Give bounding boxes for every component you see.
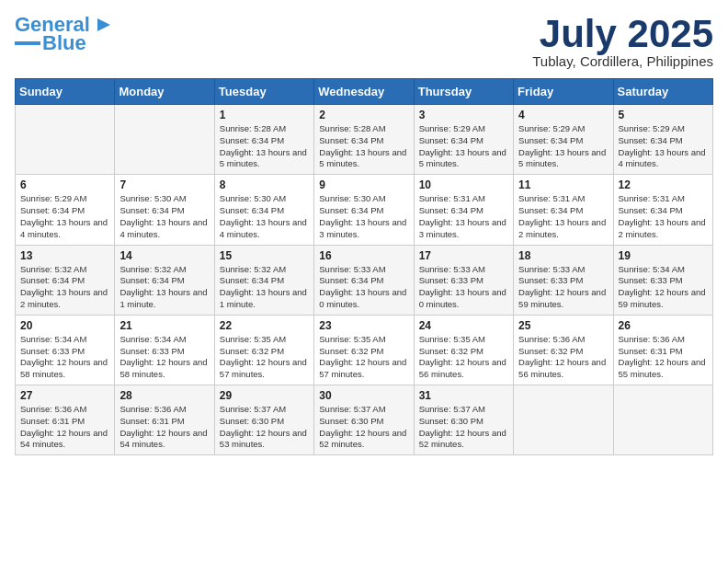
day-number: 25 xyxy=(518,319,608,332)
calendar-cell: 3Sunrise: 5:29 AMSunset: 6:34 PMDaylight… xyxy=(414,105,513,175)
month-title: July 2025 xyxy=(532,15,713,53)
day-number: 23 xyxy=(319,319,408,332)
day-number: 11 xyxy=(518,178,608,191)
day-number: 10 xyxy=(419,178,508,191)
weekday-header-wednesday: Wednesday xyxy=(314,79,414,105)
calendar-cell: 27Sunrise: 5:36 AMSunset: 6:31 PMDayligh… xyxy=(16,385,115,455)
day-info: Sunrise: 5:34 AMSunset: 6:33 PMDaylight:… xyxy=(119,334,209,381)
calendar-cell: 28Sunrise: 5:36 AMSunset: 6:31 PMDayligh… xyxy=(115,385,214,455)
day-info: Sunrise: 5:33 AMSunset: 6:34 PMDaylight:… xyxy=(319,264,408,311)
day-number: 31 xyxy=(419,389,508,402)
calendar-cell: 10Sunrise: 5:31 AMSunset: 6:34 PMDayligh… xyxy=(414,175,513,245)
weekday-header-monday: Monday xyxy=(115,79,214,105)
calendar-cell: 17Sunrise: 5:33 AMSunset: 6:33 PMDayligh… xyxy=(414,245,513,315)
day-number: 30 xyxy=(319,389,408,402)
calendar-cell: 7Sunrise: 5:30 AMSunset: 6:34 PMDaylight… xyxy=(115,175,214,245)
day-info: Sunrise: 5:33 AMSunset: 6:33 PMDaylight:… xyxy=(419,264,508,311)
header: General Blue July 2025 Tublay, Cordiller… xyxy=(15,15,713,69)
calendar-cell: 20Sunrise: 5:34 AMSunset: 6:33 PMDayligh… xyxy=(16,315,115,385)
calendar-cell: 19Sunrise: 5:34 AMSunset: 6:33 PMDayligh… xyxy=(613,245,712,315)
calendar-week-4: 20Sunrise: 5:34 AMSunset: 6:33 PMDayligh… xyxy=(16,315,713,385)
location-title: Tublay, Cordillera, Philippines xyxy=(532,53,713,69)
calendar-cell xyxy=(16,105,115,175)
day-info: Sunrise: 5:31 AMSunset: 6:34 PMDaylight:… xyxy=(619,193,708,240)
calendar-cell: 15Sunrise: 5:32 AMSunset: 6:34 PMDayligh… xyxy=(214,245,313,315)
day-info: Sunrise: 5:30 AMSunset: 6:34 PMDaylight:… xyxy=(319,193,408,240)
calendar-cell: 29Sunrise: 5:37 AMSunset: 6:30 PMDayligh… xyxy=(214,385,313,455)
day-info: Sunrise: 5:35 AMSunset: 6:32 PMDaylight:… xyxy=(220,334,309,381)
day-info: Sunrise: 5:34 AMSunset: 6:33 PMDaylight:… xyxy=(619,264,708,311)
day-info: Sunrise: 5:37 AMSunset: 6:30 PMDaylight:… xyxy=(319,404,408,451)
svg-marker-0 xyxy=(97,18,110,31)
calendar-week-1: 1Sunrise: 5:28 AMSunset: 6:34 PMDaylight… xyxy=(16,105,713,175)
day-info: Sunrise: 5:37 AMSunset: 6:30 PMDaylight:… xyxy=(419,404,508,451)
day-info: Sunrise: 5:34 AMSunset: 6:33 PMDaylight:… xyxy=(20,334,109,381)
day-info: Sunrise: 5:30 AMSunset: 6:34 PMDaylight:… xyxy=(220,193,309,240)
day-info: Sunrise: 5:29 AMSunset: 6:34 PMDaylight:… xyxy=(20,193,109,240)
day-number: 18 xyxy=(518,249,608,262)
calendar-cell: 31Sunrise: 5:37 AMSunset: 6:30 PMDayligh… xyxy=(414,385,513,455)
calendar-cell: 22Sunrise: 5:35 AMSunset: 6:32 PMDayligh… xyxy=(214,315,313,385)
day-number: 9 xyxy=(319,178,408,191)
day-number: 13 xyxy=(20,249,109,262)
calendar-cell: 11Sunrise: 5:31 AMSunset: 6:34 PMDayligh… xyxy=(514,175,613,245)
day-info: Sunrise: 5:36 AMSunset: 6:32 PMDaylight:… xyxy=(518,334,608,381)
weekday-header-row: SundayMondayTuesdayWednesdayThursdayFrid… xyxy=(16,79,713,105)
calendar-cell: 16Sunrise: 5:33 AMSunset: 6:34 PMDayligh… xyxy=(314,245,414,315)
calendar-cell: 21Sunrise: 5:34 AMSunset: 6:33 PMDayligh… xyxy=(115,315,214,385)
calendar-week-2: 6Sunrise: 5:29 AMSunset: 6:34 PMDaylight… xyxy=(16,175,713,245)
day-info: Sunrise: 5:36 AMSunset: 6:31 PMDaylight:… xyxy=(119,404,209,451)
day-info: Sunrise: 5:35 AMSunset: 6:32 PMDaylight:… xyxy=(319,334,408,381)
title-area: July 2025 Tublay, Cordillera, Philippine… xyxy=(532,15,713,69)
day-number: 24 xyxy=(419,319,508,332)
calendar-cell: 1Sunrise: 5:28 AMSunset: 6:34 PMDaylight… xyxy=(214,105,313,175)
day-info: Sunrise: 5:29 AMSunset: 6:34 PMDaylight:… xyxy=(518,123,608,170)
day-number: 3 xyxy=(419,109,508,121)
day-number: 29 xyxy=(220,389,309,402)
calendar-cell: 13Sunrise: 5:32 AMSunset: 6:34 PMDayligh… xyxy=(16,245,115,315)
day-number: 4 xyxy=(518,109,608,121)
calendar-cell xyxy=(115,105,214,175)
calendar-cell: 23Sunrise: 5:35 AMSunset: 6:32 PMDayligh… xyxy=(314,315,414,385)
weekday-header-sunday: Sunday xyxy=(16,79,115,105)
calendar-cell: 2Sunrise: 5:28 AMSunset: 6:34 PMDaylight… xyxy=(314,105,414,175)
day-info: Sunrise: 5:33 AMSunset: 6:33 PMDaylight:… xyxy=(518,264,608,311)
calendar-cell: 24Sunrise: 5:35 AMSunset: 6:32 PMDayligh… xyxy=(414,315,513,385)
calendar-body: 1Sunrise: 5:28 AMSunset: 6:34 PMDaylight… xyxy=(16,105,713,455)
day-number: 16 xyxy=(319,249,408,262)
day-number: 6 xyxy=(20,178,109,191)
day-info: Sunrise: 5:36 AMSunset: 6:31 PMDaylight:… xyxy=(20,404,109,451)
day-number: 5 xyxy=(619,109,708,121)
calendar-cell xyxy=(613,385,712,455)
weekday-header-friday: Friday xyxy=(514,79,613,105)
day-number: 1 xyxy=(220,109,309,121)
day-number: 20 xyxy=(20,319,109,332)
calendar-cell: 14Sunrise: 5:32 AMSunset: 6:34 PMDayligh… xyxy=(115,245,214,315)
calendar-cell: 5Sunrise: 5:29 AMSunset: 6:34 PMDaylight… xyxy=(613,105,712,175)
logo: General Blue xyxy=(15,15,112,55)
calendar-cell: 8Sunrise: 5:30 AMSunset: 6:34 PMDaylight… xyxy=(214,175,313,245)
day-info: Sunrise: 5:28 AMSunset: 6:34 PMDaylight:… xyxy=(319,123,408,170)
calendar-cell: 26Sunrise: 5:36 AMSunset: 6:31 PMDayligh… xyxy=(613,315,712,385)
day-info: Sunrise: 5:31 AMSunset: 6:34 PMDaylight:… xyxy=(419,193,508,240)
day-info: Sunrise: 5:32 AMSunset: 6:34 PMDaylight:… xyxy=(220,264,309,311)
day-info: Sunrise: 5:32 AMSunset: 6:34 PMDaylight:… xyxy=(119,264,209,311)
logo-icon xyxy=(92,15,112,35)
day-number: 15 xyxy=(220,249,309,262)
day-number: 12 xyxy=(619,178,708,191)
day-info: Sunrise: 5:29 AMSunset: 6:34 PMDaylight:… xyxy=(619,123,708,170)
day-info: Sunrise: 5:30 AMSunset: 6:34 PMDaylight:… xyxy=(119,193,209,240)
calendar-week-5: 27Sunrise: 5:36 AMSunset: 6:31 PMDayligh… xyxy=(16,385,713,455)
calendar-cell: 25Sunrise: 5:36 AMSunset: 6:32 PMDayligh… xyxy=(514,315,613,385)
day-number: 2 xyxy=(319,109,408,121)
day-number: 28 xyxy=(119,389,209,402)
weekday-header-saturday: Saturday xyxy=(613,79,712,105)
day-number: 8 xyxy=(220,178,309,191)
calendar-cell xyxy=(514,385,613,455)
calendar-cell: 9Sunrise: 5:30 AMSunset: 6:34 PMDaylight… xyxy=(314,175,414,245)
day-number: 7 xyxy=(119,178,209,191)
day-number: 14 xyxy=(119,249,209,262)
day-info: Sunrise: 5:29 AMSunset: 6:34 PMDaylight:… xyxy=(419,123,508,170)
weekday-header-thursday: Thursday xyxy=(414,79,513,105)
calendar-cell: 30Sunrise: 5:37 AMSunset: 6:30 PMDayligh… xyxy=(314,385,414,455)
